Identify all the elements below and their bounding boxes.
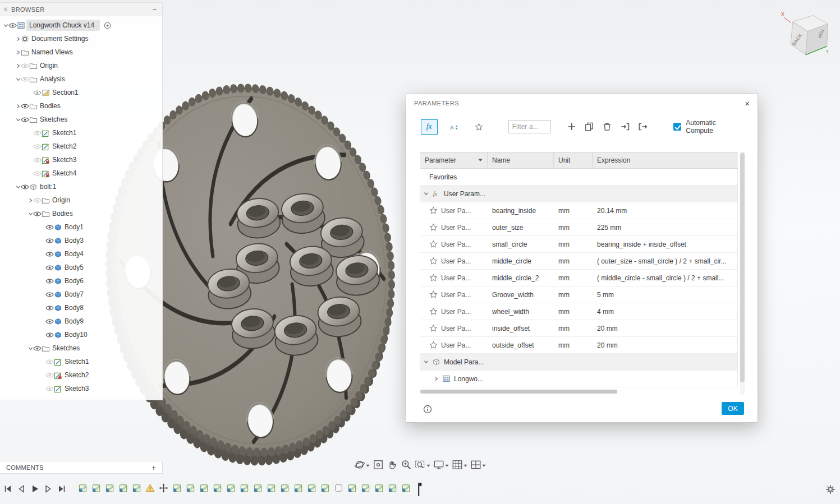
browser-item-body4[interactable]: Body4 bbox=[0, 247, 162, 261]
parameter-row-middle_circle[interactable]: User Pa...middle_circlemm( outer_size - … bbox=[420, 253, 738, 270]
chevron-right-icon[interactable] bbox=[434, 376, 439, 381]
favorite-star-icon[interactable] bbox=[429, 240, 438, 248]
timeline-feature-sketch-icon[interactable] bbox=[401, 483, 411, 493]
grid-dropdown-caret-icon[interactable] bbox=[463, 464, 467, 468]
add-comment-button[interactable]: + bbox=[152, 464, 156, 471]
favorites-filter-button[interactable] bbox=[471, 119, 488, 135]
browser-item-analysis[interactable]: Analysis bbox=[0, 72, 162, 86]
vertical-scrollbar-track[interactable] bbox=[740, 152, 745, 395]
user-parameter-fx-button[interactable]: fx bbox=[421, 119, 438, 135]
add-parameter-fx-button[interactable]: fx bbox=[446, 119, 463, 135]
timeline-feature-sketch-icon[interactable] bbox=[307, 483, 316, 493]
expression-cell[interactable]: 5 mm bbox=[593, 291, 737, 299]
visibility-eye-icon[interactable] bbox=[33, 169, 42, 178]
chevron-down-icon[interactable] bbox=[16, 77, 21, 82]
unit-cell[interactable]: mm bbox=[554, 224, 593, 232]
timeline-feature-sketch-icon[interactable] bbox=[186, 483, 195, 493]
timeline-feature-sketch-icon[interactable] bbox=[132, 483, 141, 493]
unit-cell[interactable]: mm bbox=[554, 241, 593, 248]
dialog-titlebar[interactable]: PARAMETERS × bbox=[406, 94, 758, 112]
browser-item-sketch3[interactable]: Sketch3 bbox=[0, 382, 162, 395]
visibility-eye-icon[interactable] bbox=[45, 317, 54, 326]
chevron-down-icon[interactable] bbox=[28, 346, 33, 351]
visibility-eye-icon[interactable] bbox=[33, 129, 42, 137]
panel-collapse-icon[interactable] bbox=[3, 7, 8, 12]
vertical-scrollbar-thumb[interactable] bbox=[740, 152, 745, 382]
name-cell[interactable]: inside_offset bbox=[488, 325, 554, 332]
export-parameters-icon[interactable] bbox=[638, 122, 648, 132]
browser-item-sketch2[interactable]: Sketch2 bbox=[0, 140, 162, 153]
timeline-feature-sketch-icon[interactable] bbox=[118, 483, 128, 493]
chevron-right-icon[interactable] bbox=[16, 104, 21, 109]
favorite-star-icon[interactable] bbox=[429, 223, 438, 232]
timeline-feature-sketch-icon[interactable] bbox=[253, 483, 263, 493]
name-cell[interactable]: middle_circle_2 bbox=[488, 274, 554, 282]
model-child-row[interactable]: Longwo... bbox=[420, 371, 738, 387]
unit-cell[interactable]: mm bbox=[554, 325, 593, 332]
timeline-feature-cylinder-icon[interactable] bbox=[334, 483, 343, 493]
timeline-position-marker[interactable] bbox=[416, 482, 422, 497]
activate-component-radio-icon[interactable] bbox=[103, 21, 112, 30]
favorites-row[interactable]: Favorites bbox=[420, 169, 738, 186]
visibility-eye-icon[interactable] bbox=[45, 290, 54, 299]
browser-item-body5[interactable]: Body5 bbox=[0, 261, 162, 274]
expression-cell[interactable]: 20 mm bbox=[593, 341, 737, 349]
unit-cell[interactable]: mm bbox=[554, 291, 593, 299]
browser-item-body9[interactable]: Body9 bbox=[0, 315, 162, 328]
column-header-unit[interactable]: Unit bbox=[554, 152, 593, 168]
parameter-row-bearing_inside[interactable]: User Pa...bearing_insidemm20.14 mm bbox=[420, 202, 738, 219]
pan-tool[interactable] bbox=[386, 459, 398, 471]
browser-minimize-button[interactable]: − bbox=[152, 6, 157, 13]
browser-item-longworth-chuck-v14[interactable]: Longworth Chuck v14 bbox=[0, 19, 162, 32]
automatic-compute-checkbox[interactable] bbox=[673, 123, 681, 131]
chevron-down-icon[interactable] bbox=[16, 117, 21, 122]
zoom-tool[interactable] bbox=[400, 459, 412, 471]
chevron-down-icon[interactable] bbox=[3, 23, 8, 28]
zoom-window-dropdown-caret-icon[interactable] bbox=[426, 464, 430, 468]
browser-item-origin[interactable]: Origin bbox=[0, 193, 162, 207]
parameter-row-outer_size[interactable]: User Pa...outer_sizemm225 mm bbox=[420, 219, 738, 236]
go-to-end-icon[interactable] bbox=[57, 484, 66, 493]
timeline-feature-sketch-icon[interactable] bbox=[361, 483, 370, 493]
browser-item-origin[interactable]: Origin bbox=[0, 59, 162, 72]
chevron-right-icon[interactable] bbox=[16, 63, 21, 68]
visibility-eye-icon[interactable] bbox=[33, 156, 42, 164]
name-cell[interactable]: small_circle bbox=[488, 241, 554, 248]
timeline-feature-sketch-icon[interactable] bbox=[172, 483, 182, 493]
timeline-feature-move-icon[interactable] bbox=[159, 483, 168, 493]
browser-item-sketch1[interactable]: Sketch1 bbox=[0, 126, 162, 140]
expression-cell[interactable]: 20.14 mm bbox=[593, 207, 737, 215]
timeline-feature-sketch-icon[interactable] bbox=[374, 483, 384, 493]
favorite-star-icon[interactable] bbox=[429, 290, 438, 299]
chevron-right-icon[interactable] bbox=[28, 198, 33, 203]
browser-item-body8[interactable]: Body8 bbox=[0, 301, 162, 315]
name-cell[interactable]: outer_size bbox=[488, 224, 554, 232]
timeline-feature-sketch-icon[interactable] bbox=[78, 483, 88, 493]
parameter-row-middle_circle_2[interactable]: User Pa...middle_circle_2mm( middle_circ… bbox=[420, 270, 738, 286]
visibility-eye-icon[interactable] bbox=[45, 263, 54, 272]
column-header-expression[interactable]: Expression bbox=[593, 152, 738, 168]
zoom-window-tool[interactable] bbox=[414, 459, 431, 471]
favorite-star-icon[interactable] bbox=[429, 341, 438, 349]
info-icon[interactable] bbox=[423, 405, 432, 414]
timeline-feature-sketch-icon[interactable] bbox=[293, 483, 303, 493]
view-cube[interactable]: X BACK TOP Y bbox=[780, 10, 833, 63]
expression-cell[interactable]: 225 mm bbox=[593, 224, 737, 232]
browser-item-document-settings[interactable]: Document Settings bbox=[0, 32, 162, 45]
filter-input[interactable] bbox=[508, 120, 551, 133]
chevron-down-icon[interactable] bbox=[28, 211, 33, 216]
name-cell[interactable]: outside_offset bbox=[488, 341, 554, 349]
import-parameters-icon[interactable] bbox=[620, 122, 630, 132]
visibility-eye-icon[interactable] bbox=[45, 277, 54, 285]
expression-cell[interactable]: ( outer_size - small_circle ) / 2 + smal… bbox=[593, 257, 737, 265]
chevron-down-icon[interactable] bbox=[424, 359, 429, 364]
timeline-feature-sketch-icon[interactable] bbox=[388, 483, 397, 493]
visibility-eye-icon[interactable] bbox=[45, 237, 54, 245]
visibility-eye-icon[interactable] bbox=[21, 183, 29, 191]
visibility-eye-icon[interactable] bbox=[33, 344, 42, 353]
visibility-eye-icon[interactable] bbox=[33, 210, 42, 218]
visibility-eye-icon[interactable] bbox=[8, 21, 17, 30]
ok-button[interactable]: OK bbox=[722, 402, 744, 415]
unit-cell[interactable]: mm bbox=[554, 257, 593, 265]
expression-cell[interactable]: 4 mm bbox=[593, 308, 737, 316]
